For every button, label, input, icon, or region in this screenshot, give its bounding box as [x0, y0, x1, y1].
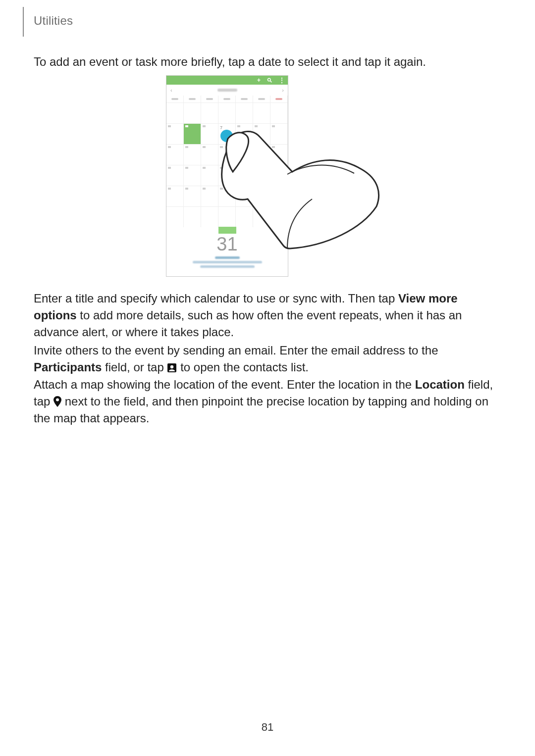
blur-text-line: [200, 265, 255, 268]
weekday-header: [166, 96, 288, 102]
paragraph-participants: Invite others to the event by sending an…: [34, 342, 502, 376]
bold-participants: Participants: [34, 360, 102, 374]
today-cell: [184, 123, 201, 144]
svg-point-1: [170, 365, 173, 368]
chevron-left-icon: ‹: [170, 87, 172, 93]
paragraph-location: Attach a map showing the location of the…: [34, 376, 502, 427]
blur-text-line: [215, 256, 240, 259]
manual-page: Utilities To add an event or task more b…: [0, 0, 535, 756]
plus-icon: +: [257, 77, 261, 84]
blur-text-line: [193, 261, 262, 263]
page-number: 81: [0, 721, 535, 734]
phone-topbar: + ⚲ ⋮: [166, 76, 288, 85]
svg-point-2: [56, 399, 59, 402]
calendar-screenshot-figure: + ⚲ ⋮ ‹ › 7: [166, 75, 379, 283]
section-title: Utilities: [34, 14, 73, 28]
contacts-icon: [167, 363, 177, 373]
hand-illustration: [213, 125, 381, 253]
more-icon: ⋮: [279, 77, 285, 84]
search-icon: ⚲: [266, 76, 273, 84]
month-label-blur: [217, 89, 237, 92]
chevron-right-icon: ›: [282, 87, 284, 93]
map-pin-icon: [54, 396, 61, 407]
paragraph-intro: To add an event or task more briefly, ta…: [34, 53, 502, 70]
paragraph-view-more: Enter a title and specify which calendar…: [34, 290, 502, 341]
month-nav: ‹ ›: [166, 85, 288, 96]
bold-location: Location: [415, 378, 465, 391]
header-divider: [23, 7, 24, 37]
